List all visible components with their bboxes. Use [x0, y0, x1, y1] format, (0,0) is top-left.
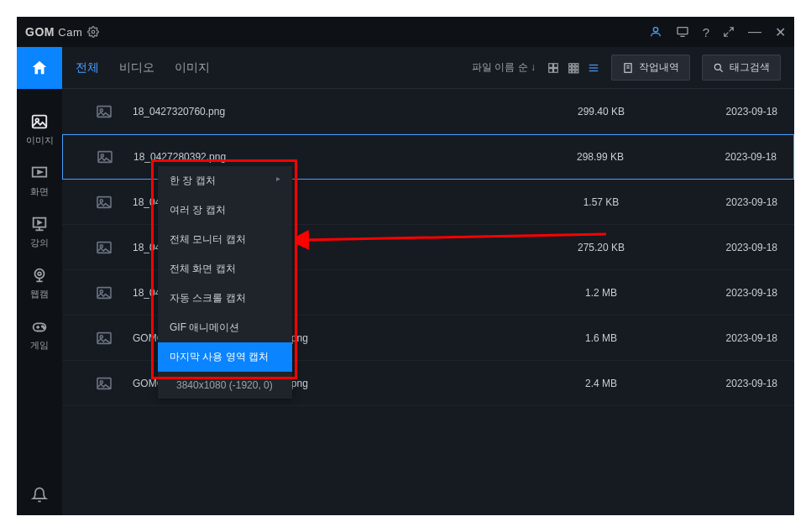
- search-icon: [713, 62, 725, 74]
- svg-point-13: [38, 272, 41, 275]
- rail-label-image: 이미지: [26, 134, 54, 147]
- app-title: GOM Cam: [25, 25, 82, 39]
- svg-rect-30: [573, 70, 575, 72]
- titlebar-right: ? — ✕: [649, 24, 786, 40]
- svg-point-47: [100, 244, 102, 247]
- image-icon: [30, 112, 49, 131]
- file-thumbnail-icon: [80, 150, 130, 164]
- menu-item[interactable]: 전체 모니터 캡처: [158, 225, 292, 254]
- file-size: 298.99 KB: [525, 151, 676, 163]
- file-thumbnail-icon: [79, 331, 129, 345]
- rail-label-lecture: 강의: [30, 237, 49, 249]
- svg-point-12: [35, 269, 44, 279]
- svg-rect-21: [549, 68, 553, 72]
- svg-rect-20: [554, 63, 558, 67]
- app-window: GOM Cam ? — ✕: [17, 17, 794, 515]
- history-icon: [622, 62, 634, 74]
- expand-icon[interactable]: [723, 26, 735, 38]
- svg-rect-4: [33, 116, 47, 128]
- notification-bell[interactable]: [31, 475, 48, 515]
- svg-rect-27: [573, 66, 575, 69]
- svg-marker-7: [38, 170, 42, 174]
- view-switcher: [547, 62, 599, 74]
- file-date: 2023-09-18: [676, 151, 777, 163]
- file-size: 1.6 MB: [526, 332, 677, 344]
- menu-item[interactable]: 한 장 캡처▸: [158, 166, 292, 196]
- tab-video[interactable]: 비디오: [119, 55, 154, 81]
- tab-all[interactable]: 전체: [76, 55, 99, 81]
- rail-label-webcam: 웹캠: [30, 288, 49, 300]
- svg-point-18: [44, 327, 45, 329]
- svg-point-49: [100, 289, 102, 292]
- file-date: 2023-09-18: [677, 242, 777, 253]
- minimize-icon[interactable]: —: [748, 24, 761, 39]
- history-button[interactable]: 작업내역: [611, 55, 690, 81]
- chevron-right-icon: ▸: [276, 174, 280, 183]
- menu-item[interactable]: 자동 스크롤 캡처: [158, 284, 292, 313]
- menu-item[interactable]: 3840x1080 (-1920, 0): [158, 372, 292, 399]
- file-row[interactable]: 18_0427320760.png 299.40 KB 2023-09-18: [62, 89, 794, 134]
- rail-item-webcam[interactable]: 웹캠: [17, 258, 62, 309]
- file-size: 2.4 MB: [526, 378, 677, 389]
- file-thumbnail-icon: [79, 377, 129, 390]
- titlebar: GOM Cam ? — ✕: [17, 17, 794, 47]
- topbar-right: 파일 이름 순 ↓ 작업내역: [472, 55, 781, 81]
- user-icon[interactable]: [649, 25, 662, 39]
- menu-item[interactable]: 전체 화면 캡처: [158, 254, 292, 284]
- file-date: 2023-09-18: [677, 106, 777, 117]
- list-icon[interactable]: [588, 62, 599, 74]
- svg-point-43: [101, 154, 103, 157]
- svg-rect-29: [569, 70, 572, 72]
- file-size: 1.2 MB: [526, 287, 677, 299]
- gamepad-icon: [30, 317, 49, 336]
- menu-item[interactable]: 마지막 사용 영역 캡처: [158, 342, 292, 372]
- app-title-main: GOM: [25, 25, 55, 39]
- webcam-icon: [30, 266, 49, 284]
- sort-selector[interactable]: 파일 이름 순 ↓: [472, 60, 536, 75]
- file-thumbnail-icon: [79, 286, 129, 300]
- topbar: 전체 비디오 이미지 파일 이름 순 ↓: [62, 47, 794, 89]
- main-panel: 전체 비디오 이미지 파일 이름 순 ↓: [62, 47, 794, 515]
- rail-item-screen[interactable]: 화면: [17, 155, 62, 206]
- grid-large-icon[interactable]: [547, 62, 559, 74]
- file-thumbnail-icon: [79, 196, 129, 209]
- left-rail: 이미지 화면 강의 웹캠: [17, 47, 62, 515]
- svg-line-39: [720, 69, 723, 71]
- gear-icon[interactable]: [87, 26, 99, 38]
- close-icon[interactable]: ✕: [775, 24, 786, 40]
- help-icon[interactable]: ?: [703, 25, 709, 39]
- monitor-icon[interactable]: [676, 25, 689, 39]
- menu-item[interactable]: GIF 애니메이션: [158, 313, 292, 342]
- home-button[interactable]: [17, 47, 62, 89]
- file-size: 1.57 KB: [526, 196, 677, 208]
- file-date: 2023-09-18: [677, 287, 777, 299]
- svg-point-1: [653, 28, 657, 32]
- file-size: 299.40 KB: [526, 106, 677, 117]
- rail-item-game[interactable]: 게임: [17, 309, 62, 360]
- file-date: 2023-09-18: [677, 196, 777, 208]
- grid-small-icon[interactable]: [568, 62, 579, 74]
- titlebar-left: GOM Cam: [25, 25, 99, 39]
- svg-point-0: [92, 30, 96, 34]
- svg-rect-25: [576, 63, 578, 65]
- svg-marker-11: [38, 221, 41, 224]
- file-thumbnail-icon: [79, 241, 129, 254]
- rail-item-lecture[interactable]: 강의: [17, 206, 62, 258]
- menu-item[interactable]: 여러 장 캡처: [158, 196, 292, 225]
- file-date: 2023-09-18: [677, 332, 777, 344]
- rail-label-screen: 화면: [30, 185, 49, 198]
- tag-search-button[interactable]: 태그검색: [702, 55, 781, 81]
- rail-label-game: 게임: [30, 339, 49, 352]
- screen-icon: [30, 164, 49, 182]
- content: 이미지 화면 강의 웹캠: [17, 47, 794, 515]
- svg-rect-24: [573, 63, 575, 65]
- svg-point-38: [714, 64, 720, 70]
- rail-item-image[interactable]: 이미지: [17, 104, 62, 155]
- file-date: 2023-09-18: [677, 378, 777, 389]
- file-name: 18_0427320760.png: [129, 106, 526, 117]
- svg-rect-26: [569, 66, 572, 69]
- tab-image[interactable]: 이미지: [175, 55, 210, 81]
- app-title-sub: Cam: [58, 26, 82, 39]
- svg-rect-31: [576, 70, 578, 72]
- svg-rect-28: [576, 66, 578, 69]
